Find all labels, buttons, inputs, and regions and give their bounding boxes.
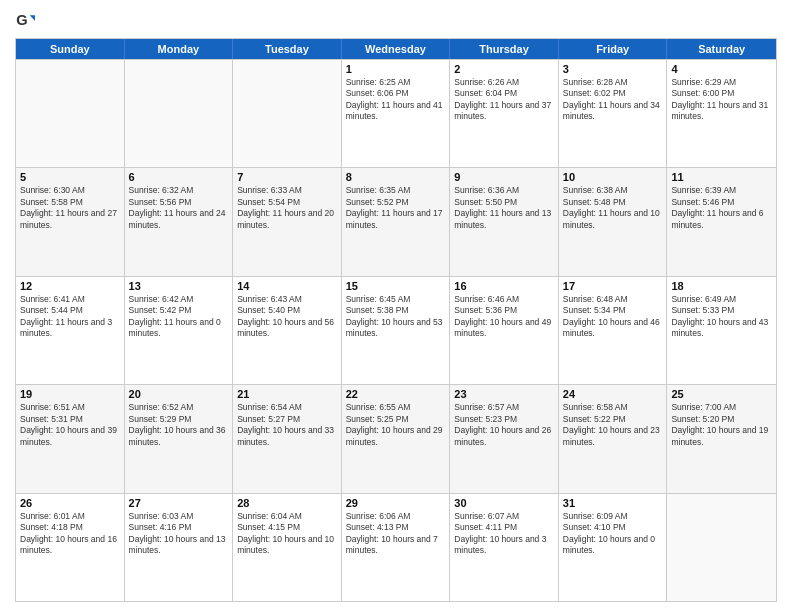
empty-cell: [667, 494, 776, 601]
day-info: Sunrise: 6:43 AMSunset: 5:40 PMDaylight:…: [237, 294, 337, 340]
day-cell-1: 1Sunrise: 6:25 AMSunset: 6:06 PMDaylight…: [342, 60, 451, 167]
day-number: 25: [671, 388, 772, 400]
day-info: Sunrise: 6:28 AMSunset: 6:02 PMDaylight:…: [563, 77, 663, 123]
day-cell-24: 24Sunrise: 6:58 AMSunset: 5:22 PMDayligh…: [559, 385, 668, 492]
calendar-row-3: 19Sunrise: 6:51 AMSunset: 5:31 PMDayligh…: [16, 384, 776, 492]
day-info: Sunrise: 6:04 AMSunset: 4:15 PMDaylight:…: [237, 511, 337, 557]
day-info: Sunrise: 6:09 AMSunset: 4:10 PMDaylight:…: [563, 511, 663, 557]
calendar-row-1: 5Sunrise: 6:30 AMSunset: 5:58 PMDaylight…: [16, 167, 776, 275]
page-header: G: [15, 10, 777, 30]
day-info: Sunrise: 6:03 AMSunset: 4:16 PMDaylight:…: [129, 511, 229, 557]
day-cell-19: 19Sunrise: 6:51 AMSunset: 5:31 PMDayligh…: [16, 385, 125, 492]
empty-cell: [233, 60, 342, 167]
day-cell-25: 25Sunrise: 7:00 AMSunset: 5:20 PMDayligh…: [667, 385, 776, 492]
day-cell-9: 9Sunrise: 6:36 AMSunset: 5:50 PMDaylight…: [450, 168, 559, 275]
day-number: 29: [346, 497, 446, 509]
header-day-wednesday: Wednesday: [342, 39, 451, 59]
day-info: Sunrise: 6:33 AMSunset: 5:54 PMDaylight:…: [237, 185, 337, 231]
day-cell-22: 22Sunrise: 6:55 AMSunset: 5:25 PMDayligh…: [342, 385, 451, 492]
day-info: Sunrise: 6:54 AMSunset: 5:27 PMDaylight:…: [237, 402, 337, 448]
day-number: 19: [20, 388, 120, 400]
day-info: Sunrise: 6:06 AMSunset: 4:13 PMDaylight:…: [346, 511, 446, 557]
day-info: Sunrise: 6:51 AMSunset: 5:31 PMDaylight:…: [20, 402, 120, 448]
day-info: Sunrise: 6:32 AMSunset: 5:56 PMDaylight:…: [129, 185, 229, 231]
day-info: Sunrise: 6:49 AMSunset: 5:33 PMDaylight:…: [671, 294, 772, 340]
day-number: 1: [346, 63, 446, 75]
day-cell-28: 28Sunrise: 6:04 AMSunset: 4:15 PMDayligh…: [233, 494, 342, 601]
calendar-header: SundayMondayTuesdayWednesdayThursdayFrid…: [16, 39, 776, 59]
day-info: Sunrise: 6:42 AMSunset: 5:42 PMDaylight:…: [129, 294, 229, 340]
calendar-body: 1Sunrise: 6:25 AMSunset: 6:06 PMDaylight…: [16, 59, 776, 601]
day-number: 7: [237, 171, 337, 183]
day-cell-8: 8Sunrise: 6:35 AMSunset: 5:52 PMDaylight…: [342, 168, 451, 275]
day-cell-4: 4Sunrise: 6:29 AMSunset: 6:00 PMDaylight…: [667, 60, 776, 167]
calendar: SundayMondayTuesdayWednesdayThursdayFrid…: [15, 38, 777, 602]
day-number: 9: [454, 171, 554, 183]
day-info: Sunrise: 6:35 AMSunset: 5:52 PMDaylight:…: [346, 185, 446, 231]
day-cell-11: 11Sunrise: 6:39 AMSunset: 5:46 PMDayligh…: [667, 168, 776, 275]
day-cell-16: 16Sunrise: 6:46 AMSunset: 5:36 PMDayligh…: [450, 277, 559, 384]
day-cell-12: 12Sunrise: 6:41 AMSunset: 5:44 PMDayligh…: [16, 277, 125, 384]
day-number: 22: [346, 388, 446, 400]
day-info: Sunrise: 6:45 AMSunset: 5:38 PMDaylight:…: [346, 294, 446, 340]
day-number: 14: [237, 280, 337, 292]
day-info: Sunrise: 6:58 AMSunset: 5:22 PMDaylight:…: [563, 402, 663, 448]
day-cell-30: 30Sunrise: 6:07 AMSunset: 4:11 PMDayligh…: [450, 494, 559, 601]
calendar-row-2: 12Sunrise: 6:41 AMSunset: 5:44 PMDayligh…: [16, 276, 776, 384]
day-number: 31: [563, 497, 663, 509]
day-number: 13: [129, 280, 229, 292]
day-number: 8: [346, 171, 446, 183]
svg-text:G: G: [16, 12, 27, 28]
day-info: Sunrise: 6:29 AMSunset: 6:00 PMDaylight:…: [671, 77, 772, 123]
day-info: Sunrise: 6:25 AMSunset: 6:06 PMDaylight:…: [346, 77, 446, 123]
day-number: 28: [237, 497, 337, 509]
day-number: 21: [237, 388, 337, 400]
day-number: 11: [671, 171, 772, 183]
day-cell-17: 17Sunrise: 6:48 AMSunset: 5:34 PMDayligh…: [559, 277, 668, 384]
day-cell-3: 3Sunrise: 6:28 AMSunset: 6:02 PMDaylight…: [559, 60, 668, 167]
day-number: 6: [129, 171, 229, 183]
day-info: Sunrise: 6:30 AMSunset: 5:58 PMDaylight:…: [20, 185, 120, 231]
day-number: 17: [563, 280, 663, 292]
day-info: Sunrise: 6:55 AMSunset: 5:25 PMDaylight:…: [346, 402, 446, 448]
header-day-sunday: Sunday: [16, 39, 125, 59]
day-info: Sunrise: 6:01 AMSunset: 4:18 PMDaylight:…: [20, 511, 120, 557]
logo: G: [15, 10, 39, 30]
day-number: 10: [563, 171, 663, 183]
day-info: Sunrise: 6:07 AMSunset: 4:11 PMDaylight:…: [454, 511, 554, 557]
day-number: 26: [20, 497, 120, 509]
day-cell-23: 23Sunrise: 6:57 AMSunset: 5:23 PMDayligh…: [450, 385, 559, 492]
header-day-saturday: Saturday: [667, 39, 776, 59]
day-number: 27: [129, 497, 229, 509]
day-number: 12: [20, 280, 120, 292]
day-cell-10: 10Sunrise: 6:38 AMSunset: 5:48 PMDayligh…: [559, 168, 668, 275]
header-day-monday: Monday: [125, 39, 234, 59]
day-cell-13: 13Sunrise: 6:42 AMSunset: 5:42 PMDayligh…: [125, 277, 234, 384]
day-cell-26: 26Sunrise: 6:01 AMSunset: 4:18 PMDayligh…: [16, 494, 125, 601]
day-number: 4: [671, 63, 772, 75]
day-info: Sunrise: 6:48 AMSunset: 5:34 PMDaylight:…: [563, 294, 663, 340]
day-cell-27: 27Sunrise: 6:03 AMSunset: 4:16 PMDayligh…: [125, 494, 234, 601]
day-number: 3: [563, 63, 663, 75]
calendar-row-4: 26Sunrise: 6:01 AMSunset: 4:18 PMDayligh…: [16, 493, 776, 601]
empty-cell: [125, 60, 234, 167]
header-day-thursday: Thursday: [450, 39, 559, 59]
day-cell-18: 18Sunrise: 6:49 AMSunset: 5:33 PMDayligh…: [667, 277, 776, 384]
calendar-row-0: 1Sunrise: 6:25 AMSunset: 6:06 PMDaylight…: [16, 59, 776, 167]
day-cell-2: 2Sunrise: 6:26 AMSunset: 6:04 PMDaylight…: [450, 60, 559, 167]
day-cell-5: 5Sunrise: 6:30 AMSunset: 5:58 PMDaylight…: [16, 168, 125, 275]
day-cell-15: 15Sunrise: 6:45 AMSunset: 5:38 PMDayligh…: [342, 277, 451, 384]
header-day-tuesday: Tuesday: [233, 39, 342, 59]
day-cell-14: 14Sunrise: 6:43 AMSunset: 5:40 PMDayligh…: [233, 277, 342, 384]
day-number: 23: [454, 388, 554, 400]
day-info: Sunrise: 6:52 AMSunset: 5:29 PMDaylight:…: [129, 402, 229, 448]
svg-marker-1: [30, 15, 35, 20]
day-number: 2: [454, 63, 554, 75]
day-number: 20: [129, 388, 229, 400]
day-number: 30: [454, 497, 554, 509]
day-number: 16: [454, 280, 554, 292]
day-number: 24: [563, 388, 663, 400]
day-cell-21: 21Sunrise: 6:54 AMSunset: 5:27 PMDayligh…: [233, 385, 342, 492]
logo-icon: G: [15, 10, 35, 30]
day-cell-7: 7Sunrise: 6:33 AMSunset: 5:54 PMDaylight…: [233, 168, 342, 275]
